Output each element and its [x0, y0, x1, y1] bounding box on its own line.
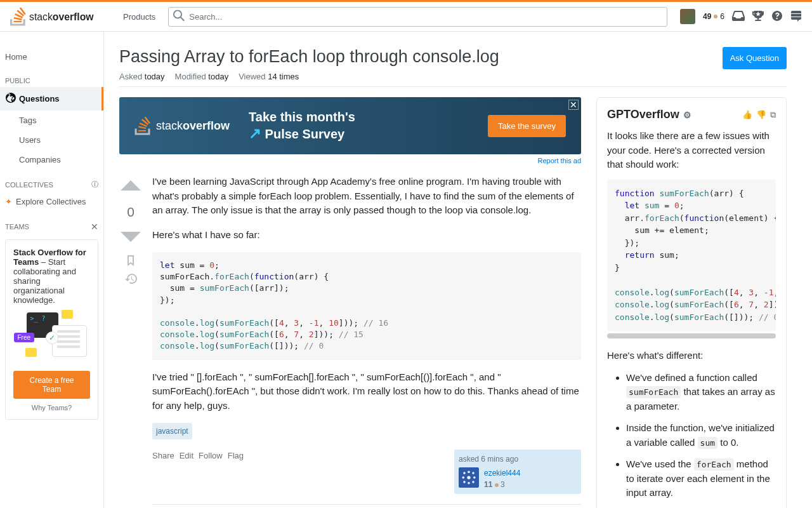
flag-link[interactable]: Flag [228, 450, 244, 462]
left-sidebar: Home PUBLIC Questions Tags Users Compani… [0, 32, 104, 508]
inbox-icon[interactable] [732, 10, 745, 23]
comment-row: Does this answer your question? How to f… [152, 504, 581, 508]
vote-count: 0 [127, 204, 134, 220]
why-teams-link[interactable]: Why Teams? [13, 404, 90, 411]
nav-home[interactable]: Home [0, 47, 103, 67]
code-block: let sum = 0; sumForEach.forEach(function… [152, 252, 581, 360]
gpt-title: GPTOverflow ⚙ [607, 108, 691, 121]
follow-link[interactable]: Follow [199, 450, 223, 462]
ad-text: Take this month's ↗ Pulse Survey [249, 109, 355, 143]
question-meta: Asked today Modified today Viewed 14 tim… [119, 72, 787, 87]
gear-icon[interactable]: ⚙ [683, 110, 691, 120]
question-header: Passing Array to forEach loop through co… [119, 47, 787, 72]
svg-point-4 [472, 472, 475, 474]
free-badge: Free [14, 333, 35, 342]
close-icon[interactable]: ✕ [91, 222, 98, 232]
post-actions: Share Edit Follow Flag [152, 450, 244, 462]
user-avatar[interactable] [459, 467, 479, 488]
vote-column: 0 [119, 175, 142, 508]
info-icon[interactable]: ⓘ [91, 180, 98, 189]
viewed-value: 14 times [268, 72, 299, 81]
viewed-label: Viewed [239, 72, 265, 81]
post-para-1: I've been learning JavaScript through Ap… [152, 175, 581, 218]
gpt-bullet-3: We've used the forEach method to iterate… [626, 457, 776, 500]
ad-cta-button[interactable]: Take the survey [488, 115, 566, 137]
logo[interactable]: stackoverflow [10, 7, 105, 26]
gpt-bullet-2: Inside the function, we've initialized a… [626, 421, 776, 450]
upvote-icon[interactable] [119, 175, 142, 199]
svg-point-2 [467, 476, 470, 479]
downvote-icon[interactable] [119, 225, 142, 250]
asked-time: asked 6 mins ago [459, 453, 577, 465]
teams-promo-box: Stack Overflow for Teams – Start collabo… [5, 239, 98, 420]
ad-banner[interactable]: stackoverflow Take this month's ↗ Pulse … [119, 97, 581, 154]
edit-link[interactable]: Edit [180, 450, 193, 462]
help-icon[interactable] [771, 10, 783, 23]
svg-point-10 [473, 476, 476, 479]
ask-question-button[interactable]: Ask Question [723, 47, 787, 69]
nav-teams-header: TEAMS ✕ [0, 211, 103, 234]
gpt-intro: It looks like there are a few issues wit… [607, 129, 776, 172]
post-para-3: I've tried " [].forEach ", " sumForEach[… [152, 370, 581, 413]
star-icon: ✦ [5, 197, 12, 206]
create-team-button[interactable]: Create a free Team [13, 371, 90, 399]
svg-text:stackoverflow: stackoverflow [29, 11, 94, 22]
search-input[interactable] [168, 7, 667, 27]
modified-label: Modified [175, 72, 206, 81]
horizontal-scrollbar[interactable] [607, 333, 776, 338]
rep-number: 49 [703, 12, 711, 21]
gpt-body: It looks like there are a few issues wit… [607, 129, 776, 500]
menu-icon[interactable] [790, 10, 802, 23]
nav-companies[interactable]: Companies [0, 150, 103, 170]
avatar[interactable] [680, 9, 695, 24]
gpt-box: GPTOverflow ⚙ 👍 👎 ⧉ It looks like there … [596, 97, 787, 508]
post-layout: 0 I've been learning JavaScript through … [119, 175, 581, 508]
user-name-link[interactable]: ezekiel444 [484, 467, 520, 479]
svg-point-3 [463, 472, 466, 474]
search-icon [173, 10, 185, 23]
tag-javascript[interactable]: javascript [152, 423, 192, 439]
globe-icon [5, 92, 16, 105]
modified-value: today [208, 72, 228, 81]
svg-point-7 [468, 471, 470, 474]
reputation[interactable]: 49 6 [703, 12, 724, 21]
user-stats: 11 3 [484, 479, 520, 490]
ad-logo: stackoverflow [134, 116, 230, 135]
svg-point-6 [472, 481, 475, 483]
post-para-2: Here's what I have so far: [152, 228, 581, 243]
history-icon[interactable] [125, 273, 137, 286]
right-sidebar: GPTOverflow ⚙ 👍 👎 ⧉ It looks like there … [596, 97, 787, 508]
bronze-dot-icon [714, 15, 717, 18]
nav-explore-collectives[interactable]: ✦ Explore Collectives [0, 192, 103, 211]
asked-value: today [145, 72, 165, 81]
ad-close-icon[interactable]: ✕ [568, 100, 579, 110]
nav-questions[interactable]: Questions [0, 87, 103, 110]
achievements-icon[interactable] [752, 10, 764, 23]
gpt-code-block: function sumForEach(arr) { let sum = 0; … [607, 180, 776, 331]
bronze-count: 6 [720, 12, 724, 21]
thumbs-up-icon[interactable]: 👍 [742, 110, 752, 120]
nav-public-header: PUBLIC [0, 67, 103, 87]
svg-point-8 [468, 482, 470, 485]
copy-icon[interactable]: ⧉ [770, 110, 776, 120]
share-link[interactable]: Share [152, 450, 174, 462]
svg-point-9 [462, 476, 465, 479]
post-body: I've been learning JavaScript through Ap… [152, 175, 581, 508]
explore-label: Explore Collectives [16, 197, 86, 206]
bookmark-icon[interactable] [125, 255, 136, 268]
main-content: Passing Array to forEach loop through co… [104, 32, 802, 508]
topbar: stackoverflow Products 49 6 [0, 0, 812, 32]
topbar-right: 49 6 [680, 9, 802, 24]
nav-users[interactable]: Users [0, 130, 103, 150]
gpt-diff-intro: Here's what's different: [607, 349, 776, 363]
nav-questions-label: Questions [19, 94, 60, 104]
svg-point-5 [463, 481, 466, 483]
teams-illustration: ✓ Free [13, 312, 90, 363]
nav-collectives-header: COLLECTIVES ⓘ [0, 170, 103, 192]
products-link[interactable]: Products [115, 8, 163, 25]
report-ad-link[interactable]: Report this ad [119, 157, 581, 164]
user-card: asked 6 mins ago ezekiel444 11 3 [454, 450, 581, 494]
question-title: Passing Array to forEach loop through co… [119, 47, 499, 67]
thumbs-down-icon[interactable]: 👎 [756, 110, 766, 120]
nav-tags[interactable]: Tags [0, 110, 103, 130]
